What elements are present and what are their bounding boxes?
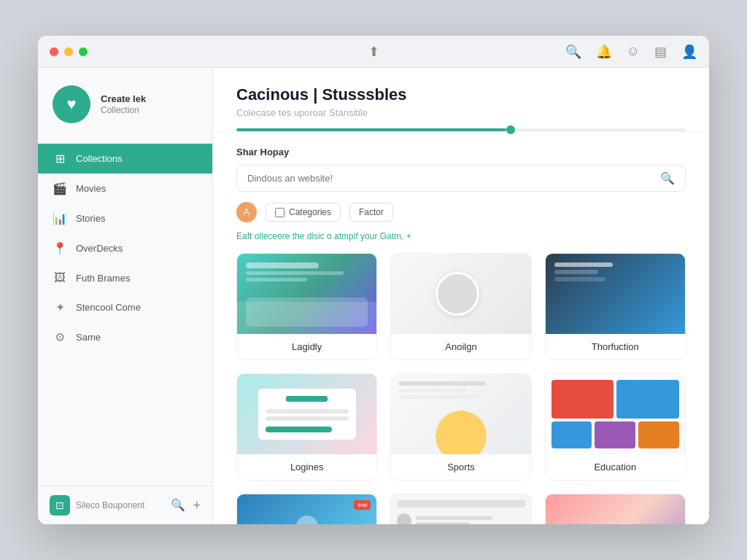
- person-icon[interactable]: 👤: [681, 44, 697, 60]
- filter-avatar: A: [236, 202, 257, 222]
- section-label: Shar Hopay: [236, 147, 686, 158]
- sidebar: ♥ Create lek Collection ⊞ Collections 🎬 …: [38, 68, 213, 524]
- search-icon[interactable]: 🔍: [565, 44, 581, 60]
- footer-add-icon[interactable]: +: [193, 498, 201, 513]
- sidebar-item-full-frames[interactable]: 🖼 Futh Brames: [38, 263, 212, 292]
- progress-dot: [506, 125, 515, 134]
- sidebar-footer-left: ⊡ Sileco Bouponent: [50, 495, 144, 516]
- progress-bar-fill: [236, 128, 506, 131]
- thumbnail-dark: [546, 254, 685, 334]
- nav-icon-full-frames: 🖼: [53, 271, 67, 284]
- main-content: Cacinous | Stusssbles Colecase tes uporo…: [213, 68, 709, 524]
- template-name-login: Logines: [237, 454, 376, 480]
- sidebar-item-stencool[interactable]: ✦ Stencool Come: [38, 292, 212, 322]
- sidebar-item-collections[interactable]: ⊞ Collections: [38, 144, 212, 174]
- nav-label-same: Same: [76, 332, 101, 343]
- nav-icon-stories: 📊: [53, 211, 67, 225]
- sidebar-footer: ⊡ Sileco Bouponent 🔍 +: [38, 486, 212, 524]
- sidebar-item-stories[interactable]: 📊 Stories: [38, 203, 212, 233]
- template-name-education: Education: [546, 454, 685, 480]
- nav-label-collections: Collections: [76, 153, 123, 164]
- content-header: Cacinous | Stusssbles Colecase tes uporo…: [213, 68, 709, 132]
- nav-label-stencool: Stencool Come: [76, 302, 141, 313]
- nav-icon-movies: 🎬: [53, 182, 67, 195]
- template-card-gray-card[interactable]: — bl: [390, 494, 531, 524]
- template-name-profile: Anoilgn: [391, 334, 530, 359]
- content-body: Shar Hopay 🔍 A Categories Factor: [213, 132, 709, 524]
- nav-label-full-frames: Futh Brames: [76, 273, 130, 284]
- sidebar-profile: ♥ Create lek Collection: [38, 68, 212, 138]
- footer-search-icon[interactable]: 🔍: [171, 498, 185, 513]
- thumbnail-sports: [391, 374, 530, 454]
- notification-icon[interactable]: 🔔: [596, 44, 612, 60]
- search-input[interactable]: [247, 173, 660, 184]
- footer-label: Sileco Bouponent: [76, 500, 144, 510]
- title-bar-right-icons: 🔍 🔔 ☺ ▤ 👤: [565, 44, 697, 60]
- nav-label-movies: Movies: [76, 183, 106, 194]
- hint-link[interactable]: Gatm. +: [380, 231, 411, 241]
- template-card-colorful[interactable]: ▶ Coarmad!: [545, 494, 686, 524]
- thumbnail-login: [237, 374, 376, 454]
- progress-bar: [236, 128, 686, 131]
- thumbnail-gray-card: [391, 494, 530, 524]
- nav-icon-same: ⚙: [53, 330, 67, 344]
- template-card-landing[interactable]: Lagidly: [236, 253, 377, 360]
- title-bar: ⬆ 🔍 🔔 ☺ ▤ 👤: [38, 36, 709, 68]
- template-name-dark: Thorfuction: [546, 334, 685, 359]
- minimize-button[interactable]: [64, 47, 73, 56]
- thumbnail-profile: [391, 254, 530, 334]
- thumbnail-blue-card: trial: [237, 494, 376, 524]
- template-name-landing: Lagidly: [237, 334, 376, 359]
- categories-label: Categories: [289, 207, 331, 217]
- app-window: ⬆ 🔍 🔔 ☺ ▤ 👤 ♥ Create lek Collection ⊞: [38, 36, 709, 524]
- sidebar-item-same[interactable]: ⚙ Same: [38, 322, 212, 352]
- sidebar-nav: ⊞ Collections 🎬 Movies 📊 Stories 📍 OverD…: [38, 138, 212, 486]
- search-bar[interactable]: 🔍: [236, 165, 686, 192]
- factor-label: Factor: [359, 207, 384, 217]
- smiley-icon[interactable]: ☺: [627, 44, 640, 59]
- page-title: Cacinous | Stusssbles: [236, 85, 686, 104]
- template-card-dark[interactable]: Thorfuction: [545, 253, 686, 360]
- profile-name-line2: Collection: [101, 105, 146, 115]
- sidebar-item-movies[interactable]: 🎬 Movies: [38, 174, 212, 203]
- title-bar-center-icons: ⬆: [368, 44, 379, 60]
- template-card-education[interactable]: Education: [545, 373, 686, 481]
- maximize-button[interactable]: [79, 47, 88, 56]
- hint-text: Eaft olleceore the dlsic o atmpif your G…: [236, 231, 686, 241]
- layers-icon[interactable]: ▤: [654, 44, 667, 60]
- template-card-blue-card[interactable]: trial bAjfh10000: [236, 494, 377, 524]
- template-name-sports: Sports: [391, 454, 530, 480]
- categories-checkbox[interactable]: [275, 208, 285, 217]
- close-button[interactable]: [50, 47, 58, 56]
- template-card-profile[interactable]: Anoilgn: [390, 253, 531, 360]
- footer-icon: ⊡: [50, 495, 70, 516]
- templates-grid: Lagidly Anoilgn Thorf: [236, 253, 686, 524]
- page-subtitle: Colecase tes uporoar Stansitile: [236, 107, 686, 118]
- categories-filter[interactable]: Categories: [266, 203, 341, 222]
- template-card-login[interactable]: Logines: [236, 373, 377, 481]
- thumbnail-landing: [237, 254, 376, 334]
- share-icon[interactable]: ⬆: [368, 44, 379, 60]
- filter-row: A Categories Factor: [236, 202, 686, 222]
- nav-label-stories: Stories: [76, 213, 105, 224]
- nav-icon-collections: ⊞: [53, 152, 67, 166]
- sidebar-item-overdecks[interactable]: 📍 OverDecks: [38, 233, 212, 263]
- factor-filter[interactable]: Factor: [349, 203, 393, 222]
- avatar: ♥: [53, 85, 90, 123]
- thumbnail-education: [546, 374, 685, 454]
- nav-label-overdecks: OverDecks: [76, 243, 123, 254]
- thumbnail-colorful: ▶: [546, 494, 685, 524]
- nav-icon-overdecks: 📍: [53, 241, 67, 255]
- main-layout: ♥ Create lek Collection ⊞ Collections 🎬 …: [38, 68, 709, 524]
- nav-icon-stencool: ✦: [53, 300, 67, 314]
- footer-actions: 🔍 +: [171, 498, 201, 513]
- template-card-sports[interactable]: Sports: [390, 373, 531, 481]
- profile-name-line1: Create lek: [101, 93, 146, 106]
- traffic-lights: [50, 47, 88, 56]
- profile-text: Create lek Collection: [101, 93, 146, 116]
- search-submit-icon[interactable]: 🔍: [660, 171, 675, 185]
